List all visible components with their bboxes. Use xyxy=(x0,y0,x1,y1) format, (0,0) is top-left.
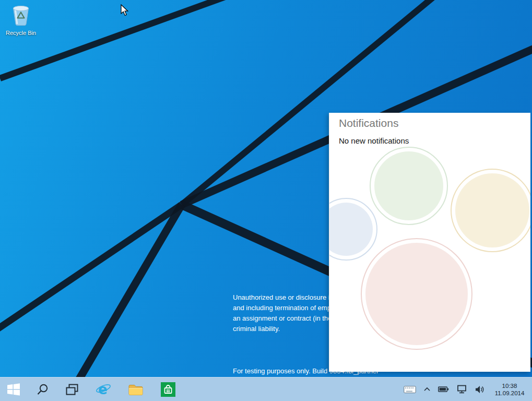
volume-icon xyxy=(475,385,484,394)
touch-keyboard-button[interactable] xyxy=(403,384,417,395)
file-explorer-button[interactable] xyxy=(124,378,147,401)
clock-time: 10:38 xyxy=(493,382,526,390)
battery-icon xyxy=(438,386,449,393)
task-view-icon xyxy=(65,383,79,396)
decorative-circle-yellow xyxy=(451,169,530,252)
chevron-up-icon xyxy=(424,387,430,392)
touch-keyboard-icon xyxy=(404,385,416,394)
notifications-empty-message: No new notifications xyxy=(339,136,409,145)
taskbar-clock[interactable]: 10:38 11.09.2014 xyxy=(491,382,528,397)
store-bag-icon xyxy=(162,384,174,395)
internet-explorer-button[interactable]: e xyxy=(92,378,115,401)
power-status-button[interactable] xyxy=(437,385,450,394)
mouse-cursor xyxy=(121,4,132,17)
taskbar: e xyxy=(0,377,532,401)
windows-flag-icon xyxy=(7,383,20,396)
volume-button[interactable] xyxy=(474,384,486,395)
svg-text:e: e xyxy=(98,382,108,397)
notifications-title: Notifications xyxy=(339,117,398,129)
recycle-bin-icon xyxy=(9,3,33,27)
decorative-circle-blue xyxy=(329,198,377,261)
system-tray: 10:38 11.09.2014 xyxy=(403,378,528,401)
store-tile xyxy=(161,382,175,397)
start-button[interactable] xyxy=(2,378,25,401)
search-button[interactable] xyxy=(31,378,54,401)
recycle-bin-label: Recycle Bin xyxy=(1,30,41,36)
clock-date: 11.09.2014 xyxy=(493,390,526,397)
network-status-button[interactable] xyxy=(456,384,468,395)
folder-icon xyxy=(128,383,144,396)
notifications-panel: Notifications No new notifications xyxy=(329,113,530,372)
decorative-circle-pink xyxy=(361,238,472,350)
task-view-button[interactable] xyxy=(61,378,84,401)
store-button[interactable] xyxy=(157,378,180,401)
search-icon xyxy=(37,383,49,396)
decorative-circle-green xyxy=(370,147,448,225)
recycle-bin[interactable]: Recycle Bin xyxy=(1,3,41,36)
ie-icon: e xyxy=(96,382,111,397)
network-icon xyxy=(457,385,467,394)
show-hidden-icons-button[interactable] xyxy=(423,386,431,393)
